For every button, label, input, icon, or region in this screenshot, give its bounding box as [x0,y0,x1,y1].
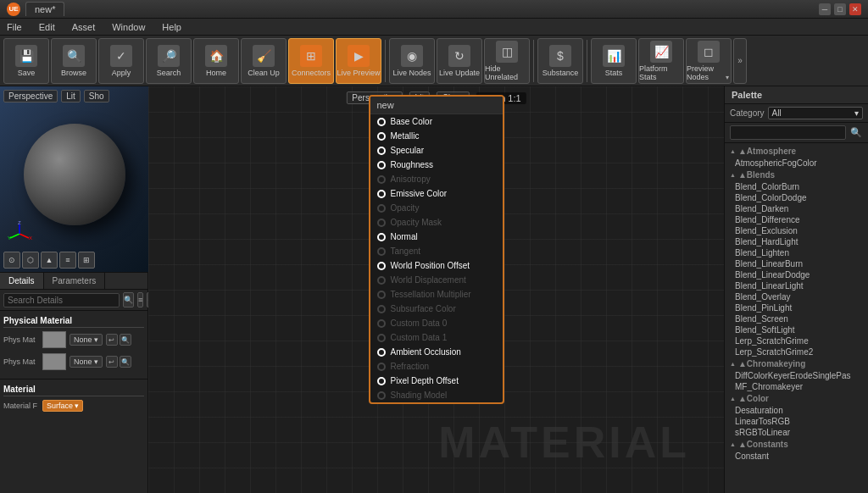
palette-list-item[interactable]: MF_Chromakeyer [725,381,868,392]
reset-icon-1[interactable]: ↩ [106,334,118,346]
main-tab[interactable]: new* [25,2,64,16]
menu-help[interactable]: Help [159,21,185,33]
connector-item[interactable]: Tessellation Multiplier [370,287,503,302]
connector-item[interactable]: Emissive Color [370,186,503,201]
search-icon-2[interactable]: 🔍 [120,356,131,368]
connector-item[interactable]: World Position Offset [370,258,503,273]
phys-mat-dropdown-2[interactable]: None ▾ [70,356,103,368]
palette-search-input[interactable] [730,125,846,140]
connector-item[interactable]: Pixel Depth Offset [370,374,503,388]
preview-nodes-button[interactable]: ◻ Preview Nodes ▾ [686,38,732,84]
save-button[interactable]: 💾 Save [3,38,49,84]
minimize-button[interactable]: ─ [819,3,831,15]
connector-label: Opacity [391,203,420,213]
details-list-view[interactable]: ≡ [137,292,143,307]
close-button[interactable]: ✕ [849,3,861,15]
menu-window[interactable]: Window [108,21,148,33]
menu-file[interactable]: File [3,21,25,33]
live-update-button[interactable]: ↻ Live Update [437,38,482,84]
palette-group-header[interactable]: ▲Atmosphere [725,145,868,158]
connector-item[interactable]: Base Color [370,114,503,129]
palette-list-item[interactable]: DiffColorKeyerErodeSinglePas [725,370,868,381]
connector-item[interactable]: Opacity Mask [370,215,503,230]
palette-list-item[interactable]: Constant [725,451,868,462]
palette-list-item[interactable]: Blend_LinearBurn [725,258,868,269]
more-button[interactable]: » [733,38,747,84]
palette-group-header[interactable]: ▲Color [725,392,868,405]
palette-list-item[interactable]: Blend_HardLight [725,236,868,247]
menu-edit[interactable]: Edit [36,21,58,33]
palette-list-item[interactable]: Blend_Difference [725,214,868,225]
reset-icon-2[interactable]: ↩ [106,356,118,368]
tab-parameters[interactable]: Parameters [44,273,106,289]
center-viewport[interactable]: Perspective Lit Show Zoom 1:1 new Base C… [148,86,724,493]
connectors-button[interactable]: ⊞ Connectors [288,38,334,84]
home-button[interactable]: 🏠 Home [193,38,239,84]
connector-item[interactable]: Custom Data 1 [370,330,503,345]
connector-item[interactable]: Tangent [370,244,503,258]
palette-list-item[interactable]: sRGBToLinear [725,427,868,438]
palette-list-item[interactable]: Desaturation [725,405,868,416]
palette-group-header[interactable]: ▲Chromakeying [725,357,868,370]
palette-search-icon[interactable]: 🔍 [849,126,863,140]
palette-list-item[interactable]: Lerp_ScratchGrime2 [725,346,868,357]
stats-button[interactable]: 📊 Stats [591,38,637,84]
connector-item[interactable]: Roughness [370,158,503,172]
palette-list-item[interactable]: Blend_Lighten [725,247,868,258]
connector-item[interactable]: Subsurface Color [370,302,503,316]
phys-mat-dropdown-1[interactable]: None ▾ [70,334,103,346]
apply-button[interactable]: ✓ Apply [98,38,144,84]
viewport-show-btn[interactable]: Sho [84,90,109,102]
details-search-input[interactable] [3,293,120,307]
maximize-button[interactable]: □ [834,3,846,15]
phys-mat-swatch-2[interactable] [42,353,66,370]
connector-item[interactable]: World Displacement [370,273,503,287]
palette-group-header[interactable]: ▲Blends [725,169,868,181]
hide-unrelated-button[interactable]: ◫ Hide Unrelated [484,38,530,84]
viewport-lighting-btn[interactable]: Lit [61,90,81,102]
browse-button[interactable]: 🔍 Browse [51,38,97,84]
vp-tool-1[interactable]: ⊙ [3,252,20,269]
palette-list-item[interactable]: LinearTosRGB [725,416,868,427]
palette-list-item[interactable]: Blend_ColorBurn [725,181,868,192]
menu-asset[interactable]: Asset [69,21,99,33]
vp-tool-5[interactable]: ⊞ [78,252,95,269]
connector-item[interactable]: Custom Data 0 [370,316,503,330]
palette-list-item[interactable]: Blend_LinearDodge [725,269,868,280]
material-type-dropdown[interactable]: Surface ▾ [42,400,83,412]
connector-item[interactable]: Anisotropy [370,172,503,186]
palette-list-item[interactable]: Blend_Darken [725,203,868,214]
phys-mat-swatch-1[interactable] [42,331,66,348]
connector-item[interactable]: Ambient Occlusion [370,345,503,359]
live-nodes-button[interactable]: ◉ Live Nodes [389,38,435,84]
connector-item[interactable]: Normal [370,230,503,244]
live-preview-button[interactable]: ▶ Live Preview [336,38,381,84]
viewport-mode-btn[interactable]: Perspective [3,90,58,102]
palette-list-item[interactable]: AtmosphericFogColor [725,158,868,169]
substance-button[interactable]: $ Substance [537,38,583,84]
search-icon-1[interactable]: 🔍 [120,334,131,346]
palette-list-item[interactable]: Blend_Exclusion [725,225,868,236]
details-search-button[interactable]: 🔍 [123,292,134,307]
connector-item[interactable]: Specular [370,143,503,158]
palette-list-item[interactable]: Blend_SoftLight [725,324,868,335]
palette-list-item[interactable]: Blend_Overlay [725,291,868,302]
palette-list-item[interactable]: Blend_LinearLight [725,280,868,291]
vp-tool-2[interactable]: ⬡ [22,252,39,269]
palette-list-item[interactable]: Blend_ColorDodge [725,192,868,203]
palette-list-item[interactable]: Blend_PinLight [725,302,868,313]
tab-details[interactable]: Details [0,273,44,289]
category-dropdown[interactable]: All ▾ [768,107,863,119]
vp-tool-3[interactable]: ▲ [41,252,58,269]
cleanup-button[interactable]: 🧹 Clean Up [241,38,287,84]
connector-item[interactable]: Refraction [370,359,503,374]
platform-stats-button[interactable]: 📈 Platform Stats [638,38,684,84]
connector-item[interactable]: Shading Model [370,388,503,402]
palette-group-header[interactable]: ▲Constants [725,438,868,451]
vp-tool-4[interactable]: ≡ [59,252,76,269]
palette-list-item[interactable]: Blend_Screen [725,313,868,324]
search-button[interactable]: 🔎 Search [146,38,192,84]
connector-item[interactable]: Opacity [370,201,503,215]
connector-item[interactable]: Metallic [370,129,503,143]
palette-list-item[interactable]: Lerp_ScratchGrime [725,335,868,346]
